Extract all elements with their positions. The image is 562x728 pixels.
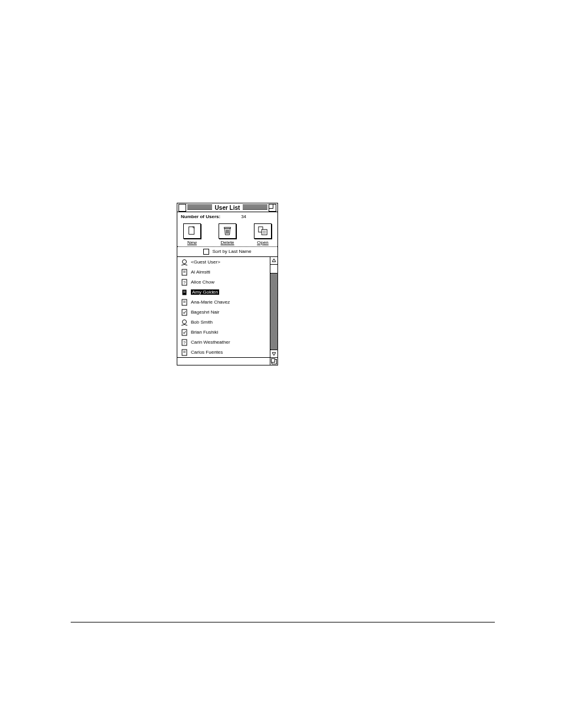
list-item[interactable]: Ana-Marie Chavez (177, 297, 270, 307)
user-list-window: User List Number of Users: 34 New (177, 203, 278, 365)
list-item[interactable]: Bob Smith (177, 317, 270, 327)
titlebar-texture-right (243, 205, 267, 210)
user-name: Carlos Fuentes (191, 350, 223, 355)
svg-point-23 (183, 319, 187, 324)
user-name: Ana-Marie Chavez (191, 299, 230, 305)
user-icon: ? (180, 339, 189, 346)
user-name: Amy Golden (191, 289, 219, 295)
sort-label: Sort by Last Name (212, 249, 251, 254)
user-name: <Guest User> (191, 259, 220, 265)
new-document-icon (183, 223, 201, 239)
info-bar: Number of Users: 34 (177, 212, 277, 221)
scrollbar[interactable] (270, 257, 277, 357)
list-item[interactable]: ?Alice Chow (177, 277, 270, 287)
user-name: Carin Westheather (191, 340, 230, 345)
new-label: New (187, 240, 197, 245)
open-document-icon (254, 223, 272, 239)
list-item[interactable]: Brian Fushiki (177, 327, 270, 337)
page-divider (71, 622, 495, 622)
list-item[interactable]: Al Almstti (177, 267, 270, 277)
toolbar: New Delete (177, 221, 277, 247)
user-name: Al Almstti (191, 269, 210, 275)
open-button[interactable]: Open (254, 223, 272, 245)
user-icon (180, 309, 189, 316)
list-container: <Guest User>Al Almstti?Alice ChowAmy Gol… (177, 256, 277, 357)
close-icon[interactable] (178, 204, 186, 212)
user-count-label: Number of Users: (181, 214, 220, 219)
user-list[interactable]: <Guest User>Al Almstti?Alice ChowAmy Gol… (177, 257, 270, 357)
open-label: Open (257, 240, 269, 245)
sort-bar: Sort by Last Name (177, 247, 277, 256)
delete-button[interactable]: Delete (219, 223, 236, 245)
user-name: Bageshri Nair (191, 309, 219, 315)
titlebar-texture-left (187, 205, 212, 210)
scroll-down-icon[interactable] (270, 350, 277, 357)
list-item[interactable]: <Guest User> (177, 257, 270, 267)
user-icon (180, 289, 189, 296)
svg-rect-1 (224, 228, 231, 229)
resize-handle-icon[interactable] (270, 358, 277, 365)
user-name: Alice Chow (191, 279, 214, 285)
user-icon (180, 349, 189, 356)
svg-rect-22 (182, 309, 187, 315)
titlebar[interactable]: User List (177, 203, 277, 212)
svg-text:?: ? (183, 341, 186, 345)
user-icon (180, 319, 189, 326)
list-item[interactable]: ?Carin Westheather (177, 337, 270, 347)
delete-label: Delete (220, 240, 234, 245)
list-item[interactable]: Amy Golden (177, 287, 270, 297)
user-icon (180, 329, 189, 336)
list-item[interactable]: Carlos Fuentes (177, 347, 270, 357)
user-count-value: 34 (241, 214, 246, 219)
user-icon: ? (180, 279, 189, 286)
scroll-track[interactable] (270, 265, 277, 350)
scroll-thumb[interactable] (270, 265, 277, 274)
new-button[interactable]: New (183, 223, 201, 245)
sort-checkbox[interactable] (203, 249, 209, 255)
user-icon (180, 259, 189, 266)
zoom-icon[interactable] (269, 204, 276, 212)
user-icon (180, 299, 189, 306)
user-name: Brian Fushiki (191, 330, 218, 335)
list-item[interactable]: Bageshri Nair (177, 307, 270, 317)
scroll-up-icon[interactable] (270, 257, 277, 265)
user-name: Bob Smith (191, 319, 213, 325)
svg-rect-24 (182, 330, 187, 335)
window-title: User List (212, 205, 243, 211)
user-icon (180, 269, 189, 276)
bottom-bar (177, 357, 277, 365)
trash-icon (219, 223, 236, 239)
svg-text:?: ? (183, 281, 186, 285)
svg-point-10 (183, 259, 187, 263)
